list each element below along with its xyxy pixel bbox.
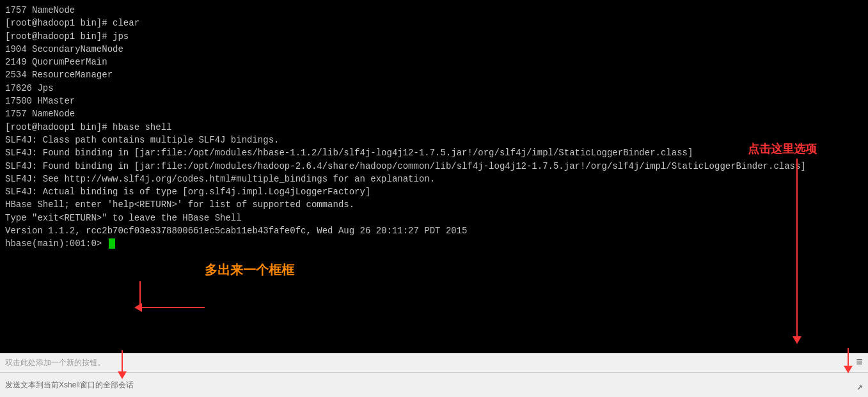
- bottom-bar: 双击此处添加一个新的按钮。 ≡ 发送文本到当前Xshell窗口的全部会话 ↗: [0, 353, 868, 397]
- send-icon[interactable]: ↗: [856, 380, 863, 393]
- terminal-line: SLF4J: Found binding in [jar:file:/opt/m…: [5, 160, 863, 173]
- terminal-line: 17626 Jps: [5, 82, 863, 95]
- menu-icon[interactable]: ≡: [856, 356, 863, 369]
- terminal-line: [root@hadoop1 bin]# clear: [5, 17, 863, 29]
- terminal-line: 1757 NameNode: [5, 107, 863, 120]
- terminal-line: 1904 SecondaryNameNode: [5, 43, 863, 56]
- terminal-line: SLF4J: Class path contains multiple SLF4…: [5, 134, 863, 146]
- arrow-send-text-pointer: [122, 350, 123, 373]
- terminal-line: Type "exit<RETURN>" to leave the HBase S…: [5, 212, 863, 224]
- terminal-line: [root@hadoop1 bin]# jps: [5, 30, 863, 43]
- arrow-top-right: [796, 159, 798, 338]
- terminal-line: 1757 NameNode: [5, 4, 863, 17]
- terminal-line: 2534 ResourceManager: [5, 68, 863, 81]
- terminal-line: SLF4J: Found binding in [jar:file:/opt/m…: [5, 146, 863, 159]
- terminal-line: 2149 QuorumPeerMain: [5, 56, 863, 68]
- terminal-line: hbase(main):001:0>: [5, 237, 863, 250]
- input-bar[interactable]: 发送文本到当前Xshell窗口的全部会话 ↗: [0, 373, 868, 397]
- terminal-line: [root@hadoop1 bin]# hbase shell: [5, 121, 863, 134]
- annotation-click-here: 点击这里选项: [748, 141, 817, 157]
- arrow-right-down: [848, 348, 849, 367]
- terminal-cursor: [109, 238, 115, 249]
- terminal-line: SLF4J: See http://www.slf4j.org/codes.ht…: [5, 173, 863, 185]
- add-button-area[interactable]: 双击此处添加一个新的按钮。 ≡: [0, 354, 868, 373]
- terminal-line: SLF4J: Actual binding is of type [org.sl…: [5, 185, 863, 198]
- terminal-line: 17500 HMaster: [5, 95, 863, 107]
- terminal-line: Version 1.1.2, rcc2b70cf03e3378800661ec5…: [5, 224, 863, 237]
- annotation-extra-box: 多出来一个框框: [205, 261, 294, 279]
- terminal-area: 1757 NameNode[root@hadoop1 bin]# clear[r…: [0, 0, 868, 353]
- arrow-center-horizontal: [141, 307, 205, 308]
- terminal-output: 1757 NameNode[root@hadoop1 bin]# clear[r…: [5, 4, 863, 251]
- add-button-placeholder: 双击此处添加一个新的按钮。: [5, 357, 105, 368]
- send-text-label: 发送文本到当前Xshell窗口的全部会话: [5, 380, 863, 391]
- terminal-line: HBase Shell; enter 'help<RETURN>' for li…: [5, 198, 863, 211]
